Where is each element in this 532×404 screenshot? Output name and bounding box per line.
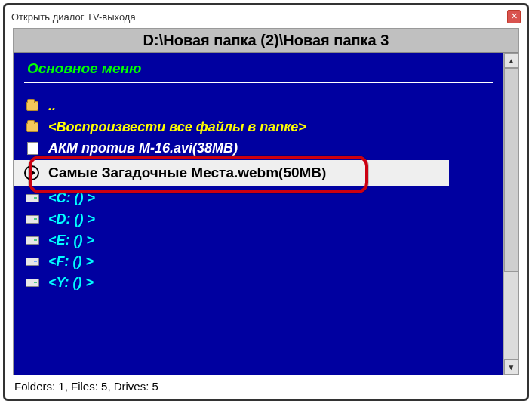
file-browser-panel: Основное меню .. <Воспроизвести все файл…: [14, 53, 518, 375]
folder-icon: [24, 101, 41, 111]
content-area: D:\Новая папка (2)\Новая папка 3 Основно…: [13, 28, 519, 375]
window-frame: Открыть диалог TV-выхода ✕ D:\Новая папк…: [3, 3, 529, 401]
chevron-up-icon: ▲: [508, 57, 515, 65]
scroll-down-button[interactable]: ▼: [504, 359, 518, 375]
scrollbar-thumb[interactable]: [504, 68, 518, 272]
list-item-drive-c[interactable]: <C: () >: [14, 187, 503, 208]
folder-icon: [24, 122, 41, 132]
drive-icon: [24, 215, 41, 224]
list-item-drive-e[interactable]: <E: () >: [14, 230, 503, 251]
file-list: Основное меню .. <Воспроизвести все файл…: [14, 53, 503, 375]
path-bar: D:\Новая папка (2)\Новая папка 3: [14, 29, 518, 53]
list-item-label: <F: () >: [48, 251, 94, 271]
list-item-selected[interactable]: Самые Загадочные Места.webm(50MB): [14, 160, 449, 186]
drive-icon: [24, 236, 41, 245]
status-bar: Folders: 1, Files: 5, Drives: 5: [5, 377, 527, 399]
list-item-label: <E: () >: [48, 230, 94, 250]
file-icon: [24, 142, 41, 155]
close-button[interactable]: ✕: [507, 10, 521, 23]
list-item-drive-d[interactable]: <D: () >: [14, 208, 503, 230]
selected-item-wrap: Самые Загадочные Места.webm(50MB): [14, 160, 503, 186]
scroll-up-button[interactable]: ▲: [504, 53, 518, 68]
title-bar: Открыть диалог TV-выхода ✕: [5, 5, 527, 28]
drive-icon: [24, 279, 41, 287]
vertical-scrollbar[interactable]: ▲ ▼: [503, 53, 518, 375]
menu-header: Основное меню: [14, 59, 503, 80]
close-icon: ✕: [511, 11, 518, 20]
play-icon: [24, 165, 39, 180]
list-item-parent-dir[interactable]: ..: [14, 95, 503, 116]
drive-icon: [24, 258, 41, 266]
list-item-label: ..: [48, 96, 56, 116]
list-item-file[interactable]: АКМ против М-16.avi(38MB): [14, 137, 503, 159]
list-item-label: Самые Загадочные Места.webm(50MB): [48, 165, 326, 181]
list-item-drive-y[interactable]: <Y: () >: [14, 272, 503, 293]
chevron-down-icon: ▼: [508, 363, 515, 372]
scrollbar-track[interactable]: [504, 68, 518, 359]
list-item-label: <C: () >: [48, 188, 95, 208]
menu-divider: [24, 82, 493, 83]
list-item-label: АКМ против М-16.avi(38MB): [48, 138, 238, 158]
list-item-label: <Y: () >: [48, 273, 94, 292]
list-item-label: <Воспроизвести все файлы в папке>: [48, 117, 306, 137]
list-item-drive-f[interactable]: <F: () >: [14, 251, 503, 272]
drive-icon: [24, 194, 41, 202]
list-item-label: <D: () >: [48, 209, 95, 229]
window-title: Открыть диалог TV-выхода: [11, 11, 507, 23]
list-item-play-all[interactable]: <Воспроизвести все файлы в папке>: [14, 116, 503, 137]
